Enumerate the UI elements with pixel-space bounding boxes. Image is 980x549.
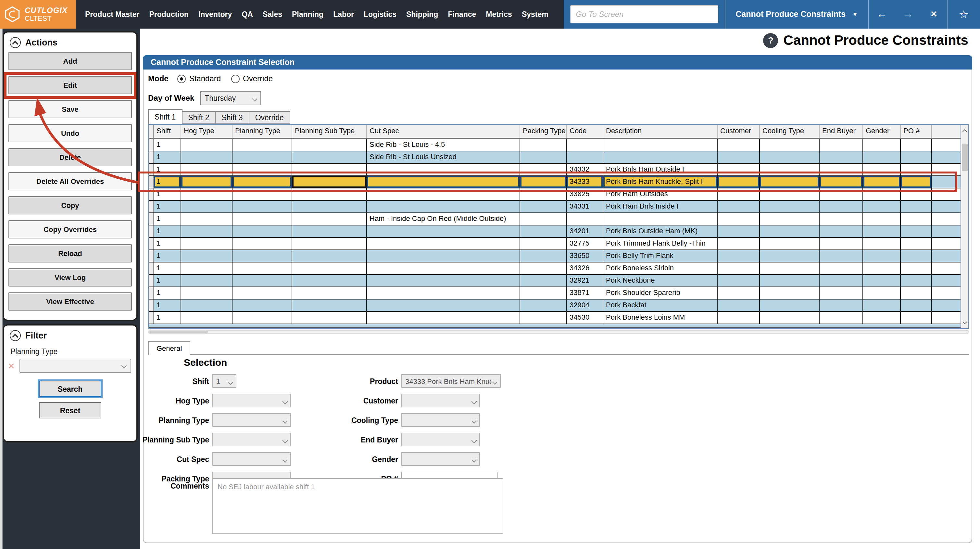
cell[interactable] [819,139,863,151]
nav-menu-item[interactable]: System [522,10,549,18]
cell[interactable] [718,225,760,237]
cell[interactable]: 1 [154,262,181,274]
cell[interactable]: 1 [154,275,181,287]
action-button[interactable]: View Effective [8,292,132,311]
cell[interactable] [181,250,232,262]
cell[interactable]: 34326 [567,262,603,274]
cell[interactable] [520,152,567,163]
cell[interactable] [760,152,819,163]
cell[interactable] [863,152,901,163]
cell[interactable] [901,238,932,249]
cell[interactable]: Pork Boneless Sirloin [603,262,718,274]
cell[interactable]: 1 [154,225,181,237]
cell[interactable]: Pork Ham Bnls Inside I [603,201,718,212]
cell[interactable] [819,300,863,311]
radio-icon[interactable] [231,74,240,83]
mode-radio-option[interactable]: Standard [178,74,221,83]
nav-menu-item[interactable]: Finance [448,10,476,18]
cell[interactable] [819,238,863,249]
planning-type-filter-select[interactable] [19,359,131,373]
cell[interactable] [901,300,932,311]
cell[interactable] [181,213,232,225]
cell[interactable] [292,238,367,249]
cell[interactable] [520,262,567,274]
column-header[interactable]: Cut Spec [367,125,520,138]
field-control[interactable] [401,413,480,427]
cell[interactable] [181,225,232,237]
cell[interactable]: 34331 [567,201,603,212]
horizontal-scrollbar[interactable] [148,330,969,334]
scrollbar-thumb[interactable] [150,331,208,333]
cell[interactable]: 1 [154,201,181,212]
cell[interactable] [232,152,292,163]
cell[interactable] [760,201,819,212]
cell[interactable] [232,238,292,249]
cell[interactable]: 1 [154,287,181,299]
cell[interactable] [718,287,760,299]
cell[interactable] [292,152,367,163]
cell[interactable] [367,262,520,274]
cell[interactable]: 32775 [567,238,603,249]
column-header[interactable]: Code [567,125,603,138]
cell[interactable] [520,300,567,311]
cell[interactable]: Pork Neckbone [603,275,718,287]
action-button[interactable]: Reload [8,244,132,262]
nav-menu-item[interactable]: Sales [263,10,282,18]
table-row[interactable]: 1 Ham - Inside Cap On Red (Middle Outsid… [149,213,961,225]
cell[interactable] [181,275,232,287]
cell[interactable] [520,213,567,225]
cell[interactable] [292,312,367,324]
cell[interactable] [760,213,819,225]
cell[interactable] [819,275,863,287]
cell[interactable] [232,287,292,299]
action-button[interactable]: Copy Overrides [8,220,132,238]
column-header[interactable]: Packing Type [520,125,567,138]
cell[interactable] [718,139,760,151]
field-control[interactable]: 1 [212,374,236,388]
nav-menu-item[interactable]: Inventory [199,10,232,18]
cell[interactable] [232,225,292,237]
action-button[interactable]: View Log [8,268,132,287]
cell[interactable] [603,152,718,163]
field-control[interactable] [212,413,291,427]
cell[interactable] [718,262,760,274]
action-button[interactable]: Delete [8,148,132,166]
cell[interactable] [863,225,901,237]
cell[interactable] [567,152,603,163]
cell[interactable] [901,213,932,225]
cell[interactable] [367,225,520,237]
action-button[interactable]: Delete All Overrides [8,172,132,190]
brand-logo-block[interactable]: CUTLOGIX CLTEST [0,0,76,29]
cell[interactable] [819,250,863,262]
cell[interactable] [292,250,367,262]
scroll-up-icon[interactable] [961,126,968,135]
cell[interactable] [901,139,932,151]
table-row[interactable]: 1 32904 Pork Backfat [149,300,961,312]
cell[interactable] [718,275,760,287]
column-header[interactable]: Cooling Type [760,125,819,138]
shift-tab[interactable]: Shift 3 [215,111,249,124]
cell[interactable]: Side Rib - St Louis - 4.5 [367,139,520,151]
table-row[interactable]: 1 Side Rib - St Louis Unsized [149,152,961,164]
goto-screen-input[interactable] [570,5,718,23]
column-header[interactable]: Hog Type [181,125,232,138]
collapse-filter-icon[interactable] [10,330,21,341]
action-button[interactable]: Add [8,52,132,70]
table-row[interactable]: 1 34201 Pork Bnls Outside Ham (MK) [149,225,961,238]
field-control[interactable] [401,452,480,466]
cell[interactable]: 34530 [567,312,603,324]
field-control[interactable] [212,433,291,446]
cell[interactable] [760,250,819,262]
cell[interactable] [819,262,863,274]
nav-menu-item[interactable]: Shipping [406,10,438,18]
cell[interactable] [367,275,520,287]
cell[interactable] [603,139,718,151]
cell[interactable] [232,262,292,274]
day-of-week-select[interactable]: Thursday [200,91,261,105]
cell[interactable] [819,312,863,324]
cell[interactable]: Pork Bnls Outside Ham (MK) [603,225,718,237]
column-header[interactable]: PO # [901,125,932,138]
cell[interactable] [760,287,819,299]
shift-tab[interactable]: Shift 1 [148,109,182,124]
column-header[interactable]: Description [603,125,718,138]
